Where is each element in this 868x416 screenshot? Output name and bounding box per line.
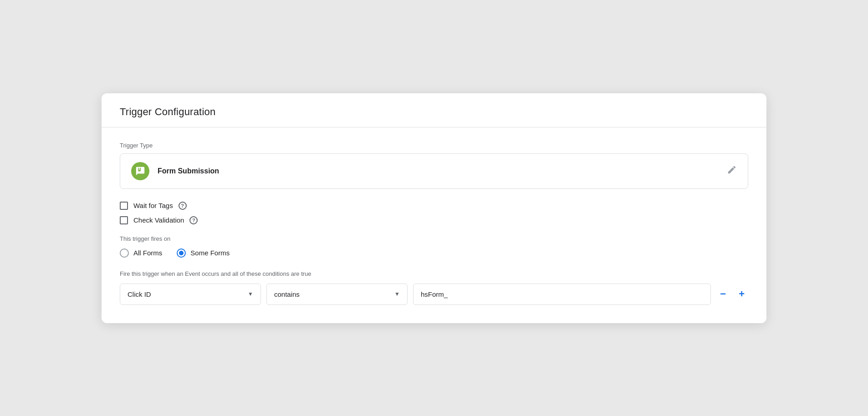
operator-select-inner: contains ▼ [274,290,400,298]
form-submission-icon [131,162,149,180]
modal-body: Trigger Type Form Submission [102,127,766,323]
some-forms-radio[interactable] [177,249,186,258]
trigger-configuration-modal: Trigger Configuration Trigger Type Form … [102,93,766,323]
trigger-type-name: Form Submission [158,167,219,175]
wait-for-tags-checkbox[interactable] [120,202,128,210]
condition-value-input[interactable] [413,284,711,305]
all-forms-radio-row[interactable]: All Forms [120,249,162,258]
add-condition-button[interactable]: + [735,286,748,302]
some-forms-radio-row[interactable]: Some Forms [177,249,230,258]
variable-select-inner: Click ID ▼ [128,290,253,298]
modal-title: Trigger Configuration [120,106,748,118]
trigger-type-left: Form Submission [131,162,219,180]
check-validation-label[interactable]: Check Validation [133,216,184,224]
some-forms-label[interactable]: Some Forms [190,249,230,257]
check-validation-checkbox[interactable] [120,216,128,224]
operator-select[interactable]: contains ▼ [266,284,408,305]
condition-row: Click ID ▼ contains ▼ − + [120,284,748,305]
check-validation-help-icon[interactable]: ? [189,216,198,224]
operator-select-value: contains [274,290,300,298]
trigger-type-label: Trigger Type [120,142,748,149]
check-validation-row: Check Validation ? [120,216,748,224]
conditions-label: Fire this trigger when an Event occurs a… [120,270,748,277]
all-forms-radio[interactable] [120,249,129,258]
edit-trigger-button[interactable] [727,165,737,177]
wait-for-tags-help-icon[interactable]: ? [179,202,187,210]
variable-select-value: Click ID [128,290,151,298]
modal-header: Trigger Configuration [102,93,766,127]
all-forms-label[interactable]: All Forms [133,249,162,257]
remove-condition-button[interactable]: − [716,286,730,302]
radio-group: All Forms Some Forms [120,249,748,258]
variable-select[interactable]: Click ID ▼ [120,284,261,305]
checkboxes-section: Wait for Tags ? Check Validation ? [120,202,748,224]
trigger-type-box: Form Submission [120,153,748,189]
wait-for-tags-label[interactable]: Wait for Tags [133,202,173,209]
variable-dropdown-arrow: ▼ [248,291,253,297]
wait-for-tags-row: Wait for Tags ? [120,202,748,210]
operator-dropdown-arrow: ▼ [394,291,400,297]
fires-on-label: This trigger fires on [120,235,748,242]
